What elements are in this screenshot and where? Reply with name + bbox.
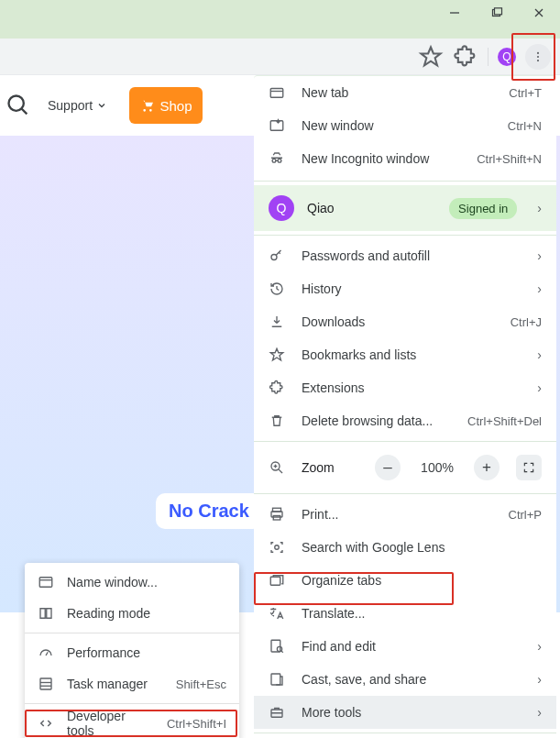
menu-find[interactable]: Find and edit ›	[254, 630, 556, 663]
support-label: Support	[48, 98, 93, 113]
svg-line-28	[281, 651, 283, 653]
menu-shortcut: Ctrl+P	[509, 508, 542, 522]
menu-new-window[interactable]: New window Ctrl+N	[254, 109, 556, 142]
menu-organize-tabs[interactable]: Organize tabs	[254, 564, 556, 597]
svg-rect-25	[270, 577, 280, 585]
menu-label: Zoom	[302, 460, 358, 475]
key-icon	[269, 248, 285, 264]
menu-shortcut: Ctrl+Shift+N	[477, 152, 542, 166]
puzzle-icon	[269, 380, 285, 396]
menu-label: Organize tabs	[302, 573, 542, 588]
menu-delete-data[interactable]: Delete browsing data... Ctrl+Shift+Del	[254, 404, 556, 437]
menu-label: Search with Google Lens	[302, 540, 542, 555]
menu-downloads[interactable]: Downloads Ctrl+J	[254, 305, 556, 338]
menu-passwords[interactable]: Passwords and autofill ›	[254, 239, 556, 272]
menu-shortcut: Ctrl+T	[509, 86, 542, 100]
menu-shortcut: Ctrl+Shift+I	[167, 717, 226, 731]
svg-rect-23	[273, 516, 280, 521]
menu-print[interactable]: Print... Ctrl+P	[254, 498, 556, 531]
menu-profile-row[interactable]: Q Qiao Signed in ›	[254, 185, 556, 231]
toolbox-icon	[269, 704, 285, 721]
menu-google-lens[interactable]: Search with Google Lens	[254, 531, 556, 564]
svg-point-16	[271, 255, 277, 260]
svg-line-9	[22, 109, 27, 115]
menu-label: History	[302, 281, 521, 296]
svg-point-14	[278, 159, 281, 162]
shop-button[interactable]: Shop	[129, 87, 203, 124]
menu-label: New window	[302, 118, 491, 133]
submenu-reading-mode[interactable]: Reading mode	[25, 598, 239, 629]
bookmark-star-icon[interactable]	[418, 44, 444, 70]
zoom-in-button[interactable]: +	[474, 455, 500, 480]
svg-rect-10	[270, 89, 283, 98]
menu-more-tools[interactable]: More tools ›	[254, 696, 556, 729]
submenu-performance[interactable]: Performance	[25, 637, 239, 668]
svg-point-24	[275, 545, 280, 550]
svg-rect-29	[271, 674, 280, 685]
menu-separator	[254, 235, 556, 236]
menu-separator	[25, 703, 239, 704]
menu-label: More tools	[302, 705, 521, 720]
menu-shortcut: Ctrl+N	[508, 119, 542, 133]
menu-label: Name window...	[67, 575, 226, 589]
trash-icon	[269, 413, 285, 429]
menu-label: Reading mode	[67, 606, 226, 621]
menu-label: New Incognito window	[302, 151, 460, 166]
menu-translate[interactable]: Translate...	[254, 597, 556, 630]
submenu-task-manager[interactable]: Task manager Shift+Esc	[25, 668, 239, 699]
profile-name: Qiao	[307, 201, 436, 215]
tabs-icon	[269, 572, 285, 589]
chevron-right-icon: ›	[537, 380, 542, 395]
menu-new-tab[interactable]: New tab Ctrl+T	[254, 76, 556, 109]
svg-rect-26	[271, 640, 280, 652]
submenu-name-window[interactable]: Name window...	[25, 567, 239, 598]
menu-bookmarks[interactable]: Bookmarks and lists ›	[254, 338, 556, 371]
chevron-right-icon: ›	[537, 705, 542, 720]
tab-strip	[0, 26, 560, 39]
main-menu-button[interactable]	[525, 44, 551, 70]
menu-separator	[25, 633, 239, 633]
site-search-icon[interactable]	[5, 93, 31, 118]
new-tab-icon	[269, 84, 285, 101]
maximize-button[interactable]	[476, 0, 518, 26]
minimize-button[interactable]	[434, 0, 476, 26]
svg-rect-37	[39, 578, 52, 588]
menu-incognito[interactable]: New Incognito window Ctrl+Shift+N	[254, 142, 556, 175]
shop-label: Shop	[160, 98, 192, 114]
history-icon	[269, 281, 285, 297]
svg-point-5	[537, 51, 539, 53]
menu-separator	[254, 181, 556, 182]
menu-cast[interactable]: Cast, save, and share ›	[254, 663, 556, 696]
signed-in-badge: Signed in	[449, 198, 517, 219]
extensions-puzzle-icon[interactable]	[453, 44, 478, 70]
menu-shortcut: Shift+Esc	[176, 677, 226, 691]
menu-label: Performance	[67, 645, 226, 660]
download-icon	[269, 314, 285, 330]
zoom-out-button[interactable]: –	[375, 455, 401, 480]
close-button[interactable]	[518, 0, 560, 26]
menu-shortcut: Ctrl+Shift+Del	[467, 414, 542, 428]
new-window-icon	[269, 117, 285, 134]
svg-point-27	[277, 646, 281, 651]
chevron-right-icon: ›	[537, 672, 542, 687]
support-link[interactable]: Support	[48, 98, 107, 113]
menu-label: Extensions	[302, 380, 521, 395]
find-icon	[269, 638, 285, 655]
speedometer-icon	[38, 644, 54, 661]
svg-rect-40	[40, 678, 51, 689]
chevron-right-icon: ›	[537, 347, 542, 362]
toolbar-separator	[488, 48, 489, 66]
menu-label: Developer tools	[67, 709, 154, 738]
profile-avatar[interactable]: Q	[498, 48, 516, 66]
chevron-right-icon: ›	[537, 281, 542, 296]
menu-history[interactable]: History ›	[254, 272, 556, 305]
zoom-value: 100%	[417, 460, 457, 475]
menu-extensions[interactable]: Extensions ›	[254, 371, 556, 404]
svg-point-7	[537, 60, 539, 61]
fullscreen-button[interactable]	[516, 455, 542, 480]
lens-icon	[269, 539, 285, 556]
browser-toolbar: Q	[0, 39, 560, 75]
svg-line-18	[279, 469, 282, 473]
svg-point-8	[9, 96, 24, 111]
submenu-developer-tools[interactable]: Developer tools Ctrl+Shift+I	[25, 708, 239, 738]
